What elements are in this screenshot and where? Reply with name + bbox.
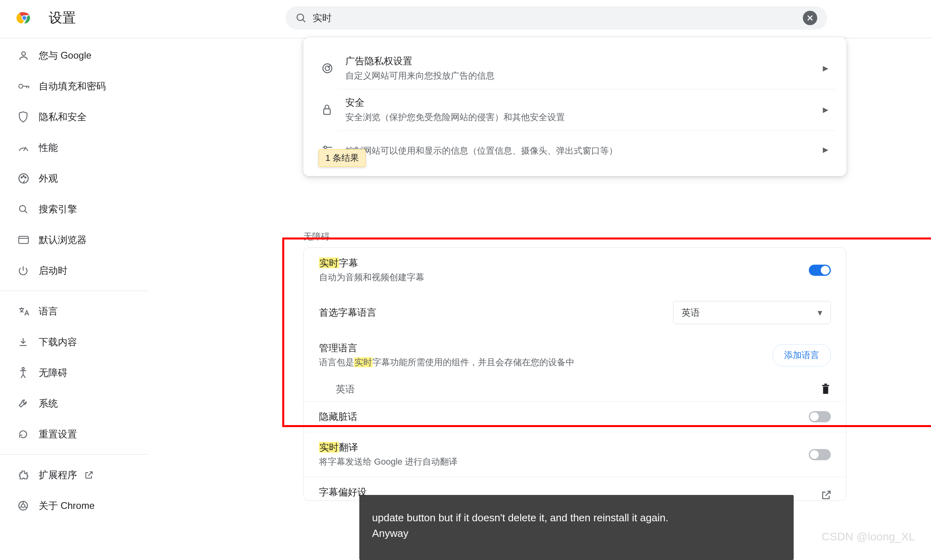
sidebar-item-label: 启动时 [39,264,67,277]
accessibility-icon [18,367,39,379]
search-results-dropdown: 广告隐私权设置自定义网站可用来向您投放广告的信息 ▶ 安全安全浏览（保护您免受危… [303,38,846,176]
svg-point-8 [19,84,23,88]
row-title: 实时翻译 [319,441,809,454]
live-captions-row: 实时字幕 自动为音频和视频创建字幕 [304,248,846,292]
sidebar-item-label: 扩展程序 [39,469,77,481]
sidebar-item-downloads[interactable]: 下载内容 [0,327,148,357]
svg-rect-32 [822,385,829,386]
svg-rect-31 [823,387,828,394]
sidebar-item-label: 性能 [39,141,58,154]
chevron-right-icon: ▶ [823,64,828,73]
result-title: 广告隐私权设置 [345,55,823,67]
svg-line-4 [303,20,305,22]
search-result-ad-privacy[interactable]: 广告隐私权设置自定义网站可用来向您投放广告的信息 ▶ [303,47,846,89]
svg-rect-19 [19,236,28,243]
sidebar-item-label: 无障碍 [39,366,67,379]
accessibility-card: 实时字幕 自动为音频和视频创建字幕 首选字幕语言 英语▾ 管理语言 语言包是实时… [303,247,846,501]
sidebar-item-autofill[interactable]: 自动填充和密码 [0,71,148,101]
live-captions-toggle[interactable] [809,265,831,276]
search-result-security[interactable]: 安全安全浏览（保护您免受危险网站的侵害）和其他安全设置 ▶ [303,89,846,131]
tooltip-line: Anyway [372,527,781,540]
open-external-icon [84,470,94,480]
svg-rect-26 [324,109,330,115]
result-title: 安全 [345,96,823,109]
search-icon [295,12,307,24]
sidebar-item-label: 您与 Google [39,49,91,62]
sidebar-item-label: 关于 Chrome [39,499,95,512]
sidebar-item-label: 下载内容 [39,336,77,348]
person-icon [18,50,39,61]
sidebar-item-about[interactable]: 关于 Chrome [0,490,148,521]
search-result-site[interactable]: 控制网站可以使用和显示的信息（位置信息、摄像头、弹出式窗口等） ▶ [303,131,846,164]
row-title: 首选字幕语言 [319,306,673,319]
sidebar-item-system[interactable]: 系统 [0,388,148,419]
preferred-language-select[interactable]: 英语▾ [673,301,831,324]
sidebar-item-performance[interactable]: 性能 [0,132,148,163]
sidebar-item-accessibility[interactable]: 无障碍 [0,357,148,388]
sidebar-item-search-engine[interactable]: 搜索引擎 [0,194,148,224]
sidebar-item-label: 语言 [39,305,58,318]
sidebar-item-label: 重置设置 [39,428,77,441]
svg-point-16 [25,177,26,178]
header: 设置 [0,0,931,36]
manage-languages-row: 管理语言 语言包是实时字幕功能所需使用的组件，并且会存储在您的设备中 添加语言 [304,333,846,377]
translate-icon [18,306,39,317]
sidebar-item-label: 隐私和安全 [39,111,87,123]
sidebar-item-you-and-google[interactable]: 您与 Google [0,40,148,71]
svg-point-3 [297,14,303,20]
sidebar-item-extensions[interactable]: 扩展程序 [0,459,148,490]
sidebar-item-languages[interactable]: 语言 [0,296,148,327]
wrench-icon [18,398,39,409]
row-sub: 将字幕发送给 Google 进行自动翻译 [319,456,809,468]
delete-language-button[interactable] [820,383,831,395]
sidebar-item-label: 自动填充和密码 [39,80,106,93]
row-sub: 自动为音频和视频创建字幕 [319,271,809,283]
row-sub: 语言包是实时字幕功能所需使用的组件，并且会存储在您的设备中 [319,356,773,368]
svg-point-14 [21,177,22,178]
svg-point-21 [22,367,24,369]
sidebar-item-default-browser[interactable]: 默认浏览器 [0,224,148,255]
svg-point-15 [23,175,24,176]
watermark-text: CSDN @loong_XL [822,530,915,543]
chrome-outline-icon [18,501,39,511]
search-bar[interactable] [285,6,827,30]
result-sub: 控制网站可以使用和显示的信息（位置信息、摄像头、弹出式窗口等） [345,145,823,157]
sidebar-item-label: 默认浏览器 [39,233,87,246]
search-icon [18,204,39,214]
language-row-english: 英语 [304,377,846,401]
svg-line-12 [24,147,26,151]
key-icon [18,82,39,90]
puzzle-icon [18,470,39,480]
download-icon [18,337,39,347]
live-translate-toggle[interactable] [809,449,831,460]
add-language-button[interactable]: 添加语言 [773,344,831,366]
section-label-accessibility: 无障碍 [303,231,330,243]
tooltip-line: update button but if it doesn't delete i… [372,512,781,524]
hide-profanity-toggle[interactable] [809,411,831,422]
chevron-right-icon: ▶ [823,145,828,154]
svg-line-18 [25,211,27,213]
sidebar-item-label: 外观 [39,172,58,185]
row-title: 管理语言 [319,342,773,354]
sidebar-item-label: 系统 [39,397,58,410]
hide-profanity-row: 隐藏脏话 [304,401,846,432]
svg-point-24 [323,64,332,73]
select-value: 英语 [681,307,700,319]
search-input[interactable] [313,12,803,24]
result-sub: 自定义网站可用来向您投放广告的信息 [345,70,823,82]
sidebar-item-privacy[interactable]: 隐私和安全 [0,101,148,132]
refresh-icon [18,429,39,439]
shield-icon [18,111,39,123]
row-title: 隐藏脏话 [319,410,809,423]
sidebar-item-reset[interactable]: 重置设置 [0,419,148,449]
sidebar-item-appearance[interactable]: 外观 [0,163,148,194]
sidebar-item-label: 搜索引擎 [39,203,77,216]
svg-point-17 [20,205,26,211]
divider [0,454,148,455]
svg-point-23 [22,504,25,507]
language-name: 英语 [336,383,355,396]
clear-search-button[interactable] [803,11,817,25]
chrome-logo-icon [16,10,33,26]
row-title: 实时字幕 [319,257,809,269]
sidebar-item-startup[interactable]: 启动时 [0,255,148,286]
